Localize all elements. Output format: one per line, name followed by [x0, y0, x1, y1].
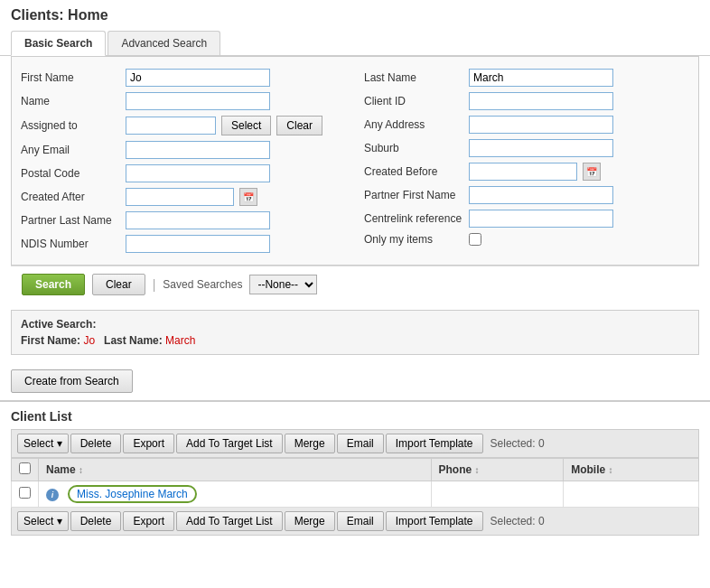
created-after-calendar-icon[interactable]: 📅 — [239, 188, 257, 206]
clear-main-button[interactable]: Clear — [92, 274, 145, 295]
first-name-label: First Name — [21, 71, 120, 84]
any-email-label: Any Email — [21, 144, 120, 156]
name-row: Name — [21, 89, 346, 113]
partner-first-name-input[interactable] — [469, 186, 613, 204]
postal-code-row: Postal Code — [21, 162, 346, 185]
top-merge-button[interactable]: Merge — [285, 434, 335, 453]
top-select-dropdown-button[interactable]: Select ▾ — [17, 434, 69, 453]
active-first-name-value: Jo — [83, 334, 95, 347]
created-before-row: Created Before 📅 — [364, 160, 689, 183]
bottom-merge-button[interactable]: Merge — [285, 511, 335, 531]
created-before-input[interactable] — [469, 163, 577, 181]
ndis-number-row: NDIS Number — [21, 232, 346, 256]
any-address-label: Any Address — [364, 118, 463, 131]
bottom-toolbar: Select ▾ Delete Export Add To Target Lis… — [11, 508, 699, 536]
active-last-name-label: Last Name: — [104, 334, 163, 347]
active-search-box: Active Search: First Name: Jo Last Name:… — [11, 310, 699, 355]
header-checkbox-col — [12, 459, 39, 481]
client-list-title: Client List — [11, 409, 699, 424]
row-name-cell: i Miss. Josephine March — [39, 481, 432, 508]
first-name-row: First Name — [21, 66, 346, 89]
client-id-label: Client ID — [364, 95, 463, 107]
postal-code-label: Postal Code — [21, 167, 120, 180]
saved-searches-label: Saved Searches — [163, 278, 242, 291]
phone-sort-icon[interactable]: ↕ — [475, 465, 480, 475]
created-before-calendar-icon[interactable]: 📅 — [583, 163, 601, 181]
centrelink-input[interactable] — [469, 210, 613, 228]
active-last-name-value: March — [165, 334, 195, 347]
create-from-search-area: Create from Search — [0, 362, 710, 402]
form-left-col: First Name Name Assigned to Select Clear… — [21, 66, 346, 256]
bottom-select-dropdown-button[interactable]: Select ▾ — [17, 511, 69, 531]
ndis-number-label: NDIS Number — [21, 238, 120, 250]
search-button[interactable]: Search — [22, 274, 85, 295]
assigned-to-row: Assigned to Select Clear — [21, 113, 346, 138]
top-email-button[interactable]: Email — [337, 434, 384, 453]
mobile-col-label: Mobile — [571, 463, 605, 476]
row-mobile-cell — [564, 481, 699, 508]
client-id-input[interactable] — [469, 92, 613, 110]
action-bar: Search Clear | Saved Searches --None-- — [11, 266, 699, 303]
row-checkbox-cell — [12, 481, 39, 508]
any-email-input[interactable] — [126, 141, 270, 159]
create-from-search-button[interactable]: Create from Search — [11, 369, 133, 393]
suburb-input[interactable] — [469, 139, 613, 157]
active-first-name-label: First Name: — [21, 334, 80, 347]
mobile-sort-icon[interactable]: ↕ — [609, 465, 613, 475]
top-delete-button[interactable]: Delete — [70, 434, 122, 453]
created-before-label: Created Before — [364, 165, 463, 178]
tab-basic[interactable]: Basic Search — [11, 31, 106, 56]
table-header-row: Name ↕ Phone ↕ Mobile ↕ — [12, 459, 699, 481]
any-address-row: Any Address — [364, 113, 689, 136]
bottom-email-button[interactable]: Email — [337, 511, 384, 531]
info-icon[interactable]: i — [46, 489, 59, 501]
partner-last-name-input[interactable] — [126, 211, 270, 229]
assigned-to-label: Assigned to — [21, 119, 120, 132]
postal-code-input[interactable] — [126, 164, 270, 182]
bottom-add-target-button[interactable]: Add To Target List — [176, 511, 283, 531]
top-toolbar: Select ▾ Delete Export Add To Target Lis… — [11, 429, 699, 458]
form-right-col: Last Name Client ID Any Address Suburb C… — [364, 66, 689, 256]
phone-col-label: Phone — [439, 463, 472, 476]
created-after-input[interactable] — [126, 188, 234, 206]
only-my-items-checkbox[interactable] — [469, 233, 481, 246]
client-name-link[interactable]: Miss. Josephine March — [77, 488, 188, 500]
only-my-items-row: Only my items — [364, 230, 689, 248]
top-import-template-button[interactable]: Import Template — [386, 434, 483, 453]
any-address-input[interactable] — [469, 116, 613, 134]
top-export-button[interactable]: Export — [123, 434, 174, 453]
row-phone-cell — [431, 481, 564, 508]
first-name-input[interactable] — [126, 69, 270, 87]
page-title: Clients: Home — [0, 0, 710, 31]
ndis-number-input[interactable] — [126, 235, 270, 253]
clear-small-button[interactable]: Clear — [276, 116, 322, 135]
assigned-to-input[interactable] — [126, 117, 216, 135]
row-checkbox[interactable] — [19, 487, 31, 499]
partner-first-name-row: Partner First Name — [364, 183, 689, 207]
tab-advanced[interactable]: Advanced Search — [107, 31, 220, 55]
select-all-checkbox[interactable] — [19, 462, 31, 474]
header-name-col: Name ↕ — [39, 459, 432, 481]
name-sort-icon[interactable]: ↕ — [79, 465, 83, 475]
last-name-row: Last Name — [364, 66, 689, 89]
top-add-target-button[interactable]: Add To Target List — [176, 434, 283, 453]
active-search-text: First Name: Jo Last Name: March — [21, 334, 689, 347]
any-email-row: Any Email — [21, 138, 346, 162]
bottom-export-button[interactable]: Export — [123, 511, 174, 531]
last-name-input[interactable] — [469, 69, 613, 87]
bottom-import-template-button[interactable]: Import Template — [386, 511, 483, 531]
created-after-row: Created After 📅 — [21, 185, 346, 209]
bottom-delete-button[interactable]: Delete — [70, 511, 122, 531]
centrelink-row: Centrelink reference — [364, 207, 689, 230]
tabs-container: Basic Search Advanced Search — [0, 31, 710, 56]
name-input[interactable] — [126, 92, 270, 110]
last-name-label: Last Name — [364, 71, 463, 84]
partner-last-name-row: Partner Last Name — [21, 209, 346, 232]
client-table: Name ↕ Phone ↕ Mobile ↕ i — [11, 458, 699, 508]
only-my-items-label: Only my items — [364, 233, 463, 246]
select-button[interactable]: Select — [221, 116, 271, 135]
saved-searches-select[interactable]: --None-- — [249, 275, 317, 294]
created-after-label: Created After — [21, 191, 120, 203]
partner-last-name-label: Partner Last Name — [21, 214, 120, 227]
client-id-row: Client ID — [364, 89, 689, 113]
